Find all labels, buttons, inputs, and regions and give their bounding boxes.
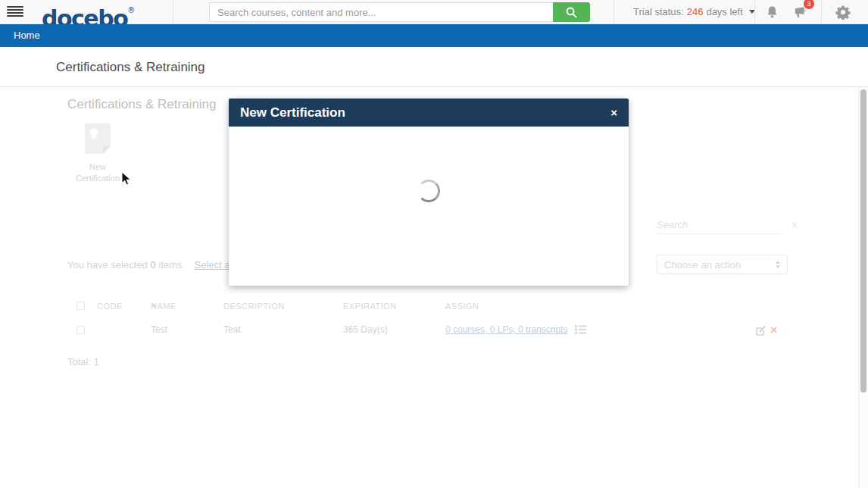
hamburger-menu-icon[interactable] [7, 6, 23, 18]
table-search: × [657, 216, 782, 234]
modal-close-icon[interactable]: × [610, 107, 617, 118]
delete-icon[interactable]: × [770, 324, 777, 336]
header-divider [173, 0, 173, 23]
trial-status-dropdown[interactable]: Trial status: 246 days left [633, 0, 755, 23]
global-search-input[interactable] [209, 2, 553, 22]
clear-search-icon[interactable]: × [792, 220, 798, 230]
col-header-expiration[interactable]: EXPIRATION [343, 302, 397, 311]
selection-count: 0 [150, 259, 155, 271]
header-divider [754, 0, 755, 23]
header-divider [614, 0, 614, 23]
docebo-app: docebo® Trial status: 246 days left [0, 0, 868, 488]
trial-days-suffix: days left [706, 6, 742, 17]
certificate-icon [85, 124, 111, 154]
cell-assign: 0 courses, 0 LPs, 0 transcripts [445, 324, 586, 335]
table-header-row: CODE NAME ▲ DESCRIPTION EXPIRATION ASSIG… [0, 302, 858, 317]
messages-count-badge: 3 [804, 0, 814, 9]
cell-description: Teat [223, 324, 241, 335]
gear-icon [835, 5, 851, 20]
sort-asc-icon: ▲ [151, 302, 157, 308]
cell-expiration: 365 Day(s) [343, 324, 388, 335]
loading-spinner-icon [417, 180, 440, 202]
new-certification-button[interactable]: New Certification [67, 124, 128, 184]
edit-icon[interactable] [755, 325, 767, 336]
select-all-checkbox[interactable] [76, 302, 85, 310]
global-search [209, 2, 590, 22]
row-checkbox[interactable] [76, 326, 85, 334]
scrollbar-thumb[interactable] [860, 89, 866, 393]
trial-status-label: Trial status: [633, 6, 684, 17]
table-search-input[interactable] [657, 219, 792, 230]
assign-counts-link[interactable]: 0 courses, 0 LPs, 0 transcripts [445, 324, 567, 335]
assignment-list-icon[interactable] [575, 325, 586, 334]
settings-button[interactable] [834, 3, 852, 21]
select-arrows-icon [776, 261, 780, 268]
page-title: Certifications & Retraining [56, 60, 205, 75]
selection-items-text: items. [158, 259, 185, 271]
section-heading: Certifications & Retraining [67, 97, 217, 112]
page-title-bar: Certifications & Retraining [0, 47, 868, 87]
top-header: docebo® Trial status: 246 days left [0, 0, 868, 24]
bell-icon [765, 5, 779, 20]
notifications-button[interactable] [763, 3, 781, 21]
row-actions: × [755, 324, 777, 336]
vertical-scrollbar [858, 87, 868, 488]
col-header-description[interactable]: DESCRIPTION [223, 302, 285, 311]
search-icon [565, 6, 578, 19]
messages-button[interactable]: 3 [791, 3, 809, 21]
trial-days-left: 246 [687, 6, 704, 17]
choose-action-dropdown[interactable]: Choose an action [657, 255, 788, 274]
col-header-assign: ASSIGN [445, 302, 479, 311]
col-header-code[interactable]: CODE [97, 302, 123, 311]
breadcrumb: Home [0, 24, 868, 47]
total-count: Total: 1 [67, 356, 99, 368]
modal-header: New Certification × [229, 99, 629, 127]
cell-name: Test [151, 324, 167, 335]
header-divider [821, 0, 822, 23]
registered-mark: ® [127, 6, 135, 14]
new-certification-label: New Certification [67, 161, 128, 184]
selection-text: You have selected [67, 259, 148, 271]
new-certification-modal: New Certification × [229, 99, 629, 286]
breadcrumb-home-link[interactable]: Home [14, 24, 40, 47]
choose-action-label: Choose an action [664, 259, 741, 271]
search-button[interactable] [553, 2, 590, 22]
modal-title: New Certification [240, 105, 345, 120]
table-row: Test Teat 365 Day(s) 0 courses, 0 LPs, 0… [0, 324, 858, 343]
